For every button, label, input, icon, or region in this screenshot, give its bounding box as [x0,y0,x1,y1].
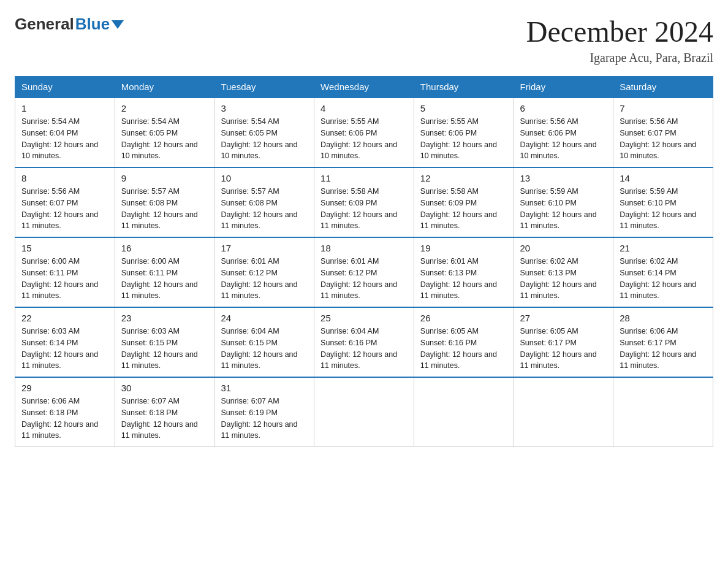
day-info: Sunrise: 6:00 AMSunset: 6:11 PMDaylight:… [121,256,208,302]
calendar-cell: 2 Sunrise: 5:54 AMSunset: 6:05 PMDayligh… [115,98,214,167]
day-info: Sunrise: 5:56 AMSunset: 6:07 PMDaylight:… [620,116,707,162]
logo-blue-text: Blue [75,15,110,34]
day-info: Sunrise: 6:04 AMSunset: 6:16 PMDaylight:… [320,326,408,372]
day-number: 31 [221,383,308,393]
day-info: Sunrise: 5:59 AMSunset: 6:10 PMDaylight:… [520,186,607,232]
calendar-cell: 27 Sunrise: 6:05 AMSunset: 6:17 PMDaylig… [514,307,613,377]
logo-blue-part: Blue [75,15,124,34]
day-info: Sunrise: 5:54 AMSunset: 6:05 PMDaylight:… [121,116,208,162]
day-info: Sunrise: 5:56 AMSunset: 6:06 PMDaylight:… [520,116,607,162]
calendar-cell: 18 Sunrise: 6:01 AMSunset: 6:12 PMDaylig… [314,237,414,307]
calendar-header-row: SundayMondayTuesdayWednesdayThursdayFrid… [15,77,713,98]
calendar-cell: 30 Sunrise: 6:07 AMSunset: 6:18 PMDaylig… [115,377,214,447]
calendar-week-row: 22 Sunrise: 6:03 AMSunset: 6:14 PMDaylig… [15,307,713,377]
calendar-header-monday: Monday [115,77,214,98]
header-right: December 2024 Igarape Acu, Para, Brazil [526,15,713,65]
day-number: 8 [21,173,108,183]
calendar-cell: 6 Sunrise: 5:56 AMSunset: 6:06 PMDayligh… [514,98,613,167]
day-info: Sunrise: 6:01 AMSunset: 6:13 PMDaylight:… [420,256,507,302]
day-info: Sunrise: 6:00 AMSunset: 6:11 PMDaylight:… [21,256,108,302]
day-info: Sunrise: 6:03 AMSunset: 6:14 PMDaylight:… [21,326,108,372]
calendar-cell: 5 Sunrise: 5:55 AMSunset: 6:06 PMDayligh… [414,98,514,167]
day-number: 12 [420,173,507,183]
calendar-cell: 24 Sunrise: 6:04 AMSunset: 6:15 PMDaylig… [214,307,314,377]
day-info: Sunrise: 6:01 AMSunset: 6:12 PMDaylight:… [221,256,308,302]
day-number: 13 [520,173,607,183]
day-info: Sunrise: 6:06 AMSunset: 6:17 PMDaylight:… [620,326,707,372]
day-number: 9 [121,173,208,183]
calendar-cell: 22 Sunrise: 6:03 AMSunset: 6:14 PMDaylig… [15,307,115,377]
calendar-cell: 26 Sunrise: 6:05 AMSunset: 6:16 PMDaylig… [414,307,514,377]
calendar-cell [613,377,713,447]
day-number: 25 [320,313,408,323]
calendar-cell: 29 Sunrise: 6:06 AMSunset: 6:18 PMDaylig… [15,377,115,447]
day-info: Sunrise: 5:58 AMSunset: 6:09 PMDaylight:… [420,186,507,232]
calendar-cell: 10 Sunrise: 5:57 AMSunset: 6:08 PMDaylig… [214,167,314,237]
page-header: General Blue December 2024 Igarape Acu, … [15,15,713,65]
calendar-cell: 1 Sunrise: 5:54 AMSunset: 6:04 PMDayligh… [15,98,115,167]
calendar-cell [514,377,613,447]
day-info: Sunrise: 5:54 AMSunset: 6:05 PMDaylight:… [221,116,308,162]
day-number: 1 [21,103,108,113]
day-info: Sunrise: 5:55 AMSunset: 6:06 PMDaylight:… [420,116,507,162]
calendar-cell: 17 Sunrise: 6:01 AMSunset: 6:12 PMDaylig… [214,237,314,307]
day-number: 4 [320,103,408,113]
calendar-header-friday: Friday [514,77,613,98]
logo-triangle-icon [112,20,124,29]
month-title: December 2024 [526,15,713,48]
day-info: Sunrise: 6:03 AMSunset: 6:15 PMDaylight:… [121,326,208,372]
calendar-cell: 31 Sunrise: 6:07 AMSunset: 6:19 PMDaylig… [214,377,314,447]
calendar-cell: 20 Sunrise: 6:02 AMSunset: 6:13 PMDaylig… [514,237,613,307]
calendar-header-tuesday: Tuesday [214,77,314,98]
logo: General Blue [15,15,124,34]
calendar-header-thursday: Thursday [414,77,514,98]
calendar-cell: 21 Sunrise: 6:02 AMSunset: 6:14 PMDaylig… [613,237,713,307]
day-info: Sunrise: 5:55 AMSunset: 6:06 PMDaylight:… [320,116,408,162]
calendar-header-wednesday: Wednesday [314,77,414,98]
day-info: Sunrise: 6:01 AMSunset: 6:12 PMDaylight:… [320,256,408,302]
calendar-cell: 15 Sunrise: 6:00 AMSunset: 6:11 PMDaylig… [15,237,115,307]
day-info: Sunrise: 5:57 AMSunset: 6:08 PMDaylight:… [221,186,308,232]
calendar-cell: 4 Sunrise: 5:55 AMSunset: 6:06 PMDayligh… [314,98,414,167]
calendar-header-saturday: Saturday [613,77,713,98]
day-number: 7 [620,103,707,113]
calendar-week-row: 1 Sunrise: 5:54 AMSunset: 6:04 PMDayligh… [15,98,713,167]
calendar-cell: 12 Sunrise: 5:58 AMSunset: 6:09 PMDaylig… [414,167,514,237]
day-number: 18 [320,243,408,253]
day-number: 2 [121,103,208,113]
day-number: 17 [221,243,308,253]
calendar-header-sunday: Sunday [15,77,115,98]
calendar-week-row: 15 Sunrise: 6:00 AMSunset: 6:11 PMDaylig… [15,237,713,307]
calendar-cell: 14 Sunrise: 5:59 AMSunset: 6:10 PMDaylig… [613,167,713,237]
day-info: Sunrise: 5:54 AMSunset: 6:04 PMDaylight:… [21,116,108,162]
calendar-cell: 8 Sunrise: 5:56 AMSunset: 6:07 PMDayligh… [15,167,115,237]
logo-general-text: General [15,15,74,34]
calendar-table: SundayMondayTuesdayWednesdayThursdayFrid… [15,76,713,447]
day-number: 3 [221,103,308,113]
day-number: 14 [620,173,707,183]
day-number: 21 [620,243,707,253]
calendar-cell [414,377,514,447]
day-number: 5 [420,103,507,113]
calendar-cell: 16 Sunrise: 6:00 AMSunset: 6:11 PMDaylig… [115,237,214,307]
day-number: 23 [121,313,208,323]
day-info: Sunrise: 6:06 AMSunset: 6:18 PMDaylight:… [21,396,108,442]
day-number: 20 [520,243,607,253]
calendar-cell: 19 Sunrise: 6:01 AMSunset: 6:13 PMDaylig… [414,237,514,307]
day-info: Sunrise: 6:07 AMSunset: 6:19 PMDaylight:… [221,396,308,442]
calendar-cell: 3 Sunrise: 5:54 AMSunset: 6:05 PMDayligh… [214,98,314,167]
day-info: Sunrise: 5:57 AMSunset: 6:08 PMDaylight:… [121,186,208,232]
calendar-cell: 13 Sunrise: 5:59 AMSunset: 6:10 PMDaylig… [514,167,613,237]
day-number: 19 [420,243,507,253]
day-number: 6 [520,103,607,113]
day-number: 30 [121,383,208,393]
calendar-cell [314,377,414,447]
day-info: Sunrise: 5:59 AMSunset: 6:10 PMDaylight:… [620,186,707,232]
day-number: 15 [21,243,108,253]
calendar-week-row: 8 Sunrise: 5:56 AMSunset: 6:07 PMDayligh… [15,167,713,237]
day-number: 26 [420,313,507,323]
location: Igarape Acu, Para, Brazil [526,51,713,65]
day-number: 29 [21,383,108,393]
calendar-cell: 7 Sunrise: 5:56 AMSunset: 6:07 PMDayligh… [613,98,713,167]
calendar-cell: 23 Sunrise: 6:03 AMSunset: 6:15 PMDaylig… [115,307,214,377]
